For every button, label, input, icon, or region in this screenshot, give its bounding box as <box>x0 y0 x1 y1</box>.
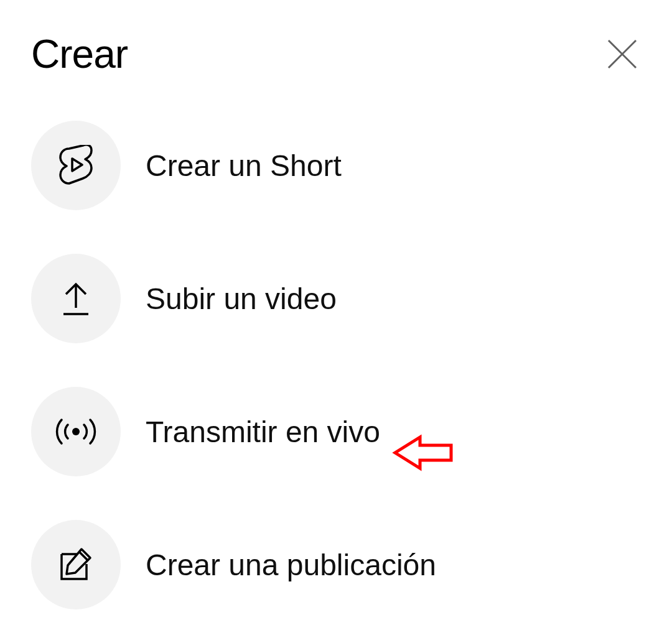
go-live-item[interactable]: Transmitir en vivo <box>31 387 641 476</box>
menu-item-label: Crear un Short <box>146 149 342 183</box>
sheet-header: Crear <box>31 31 641 77</box>
close-icon <box>606 38 638 70</box>
sheet-title: Crear <box>31 31 128 77</box>
close-button[interactable] <box>604 35 641 73</box>
live-icon <box>54 416 98 447</box>
icon-container <box>31 254 121 343</box>
svg-point-4 <box>72 428 80 435</box>
post-icon <box>57 545 95 584</box>
menu-item-label: Transmitir en vivo <box>146 415 380 449</box>
icon-container <box>31 520 121 609</box>
icon-container <box>31 121 121 210</box>
create-short-item[interactable]: Crear un Short <box>31 121 641 210</box>
menu-item-label: Subir un video <box>146 282 337 316</box>
menu-item-label: Crear una publicación <box>146 548 436 582</box>
upload-video-item[interactable]: Subir un video <box>31 254 641 343</box>
create-menu: Crear un Short Subir un video <box>31 121 641 609</box>
create-post-item[interactable]: Crear una publicación <box>31 520 641 609</box>
shorts-icon <box>58 145 94 186</box>
icon-container <box>31 387 121 476</box>
create-sheet: Crear Crear un Short <box>0 0 672 625</box>
upload-icon <box>60 280 92 317</box>
